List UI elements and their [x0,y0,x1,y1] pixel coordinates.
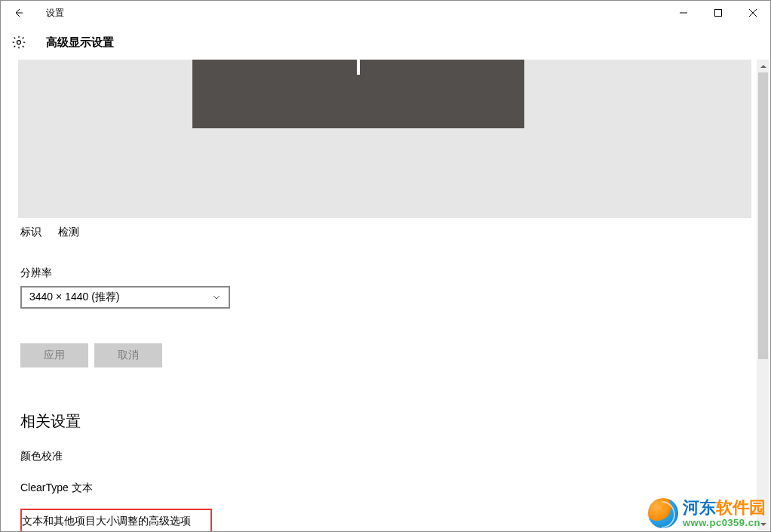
watermark-name-1: 河东 [683,498,716,517]
close-button[interactable] [736,1,770,25]
monitor-cursor-mark [357,60,360,75]
chevron-down-icon [212,293,221,302]
maximize-button[interactable] [701,1,736,25]
resolution-label: 分辨率 [20,266,751,280]
apply-button[interactable]: 应用 [20,343,88,367]
related-link-color-calibration[interactable]: 颜色校准 [20,450,751,463]
scroll-up-arrow-icon[interactable] [757,60,769,72]
watermark-logo: 河东软件园 www.pc0359.cn [648,498,766,528]
resolution-value: 3440 × 1440 (推荐) [29,291,119,304]
action-buttons: 应用 取消 [20,343,751,367]
detect-link[interactable]: 检测 [58,226,79,238]
window-title: 设置 [46,7,64,20]
identify-link[interactable]: 标识 [20,226,41,238]
titlebar: 设置 [1,1,770,25]
watermark-url: www.pc0359.cn [683,518,766,527]
watermark-globe-icon [648,498,678,528]
content-area: 标识 检测 分辨率 3440 × 1440 (推荐) 应用 取消 相关设置 颜色… [1,60,770,532]
related-settings-title: 相关设置 [20,411,751,432]
watermark-text: 河东软件园 www.pc0359.cn [683,500,766,527]
svg-rect-1 [715,10,722,17]
window-controls [666,1,770,25]
svg-point-4 [17,41,21,45]
related-link-advanced-sizing[interactable]: 文本和其他项目大小调整的高级选项 [20,509,212,532]
watermark-name-2: 软件园 [716,498,766,517]
scrollbar-thumb[interactable] [758,72,768,359]
back-button[interactable] [1,1,35,25]
vertical-scrollbar[interactable] [757,60,769,530]
page-title: 高级显示设置 [46,35,114,50]
preview-links: 标识 检测 [20,226,751,239]
resolution-dropdown[interactable]: 3440 × 1440 (推荐) [20,286,230,309]
related-link-cleartype[interactable]: ClearType 文本 [20,481,751,495]
gear-icon[interactable] [10,33,28,51]
page-header: 高级显示设置 [1,25,770,60]
cancel-button[interactable]: 取消 [94,343,162,367]
monitor-preview-area [18,60,751,218]
minimize-button[interactable] [666,1,701,25]
monitor-thumbnail[interactable] [192,60,524,128]
